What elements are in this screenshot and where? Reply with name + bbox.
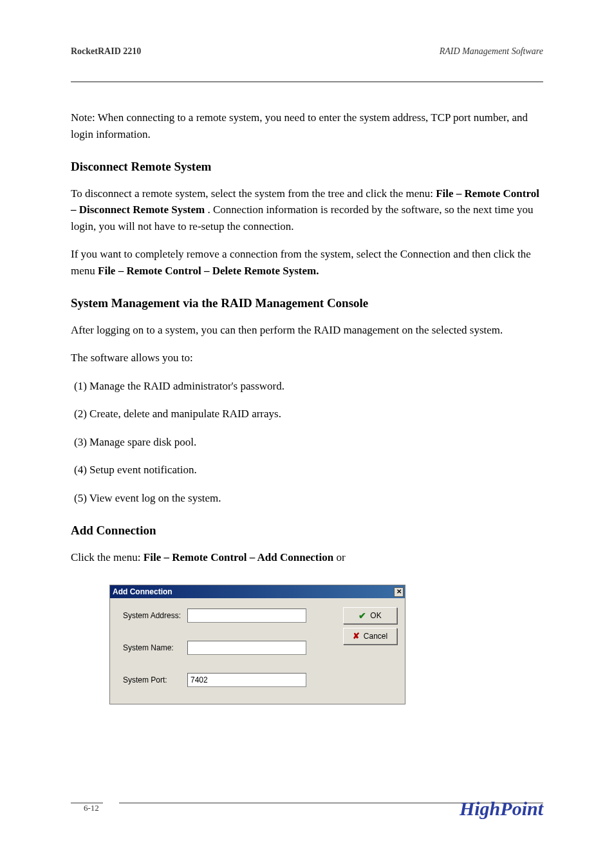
list-item: (4) Setup event notification.	[74, 462, 543, 478]
x-icon: ✘	[353, 630, 360, 643]
section-heading-add-connection: Add Connection	[71, 522, 543, 540]
note-paragraph: Note: When connecting to a remote system…	[71, 109, 543, 142]
section-heading-system-management: System Management via the RAID Managemen…	[71, 294, 543, 313]
close-button[interactable]: ✕	[394, 587, 404, 597]
page-number: 6-12	[84, 803, 99, 813]
dialog-title: Add Connection	[113, 586, 172, 598]
body-text: Note: When connecting to a remote system…	[71, 111, 528, 140]
menu-path: File – Remote Control – Add Connection	[144, 551, 337, 563]
paragraph: If you want to completely remove a conne…	[71, 246, 543, 279]
paragraph: After logging on to a system, you can th…	[71, 322, 543, 339]
cancel-button[interactable]: ✘ Cancel	[343, 628, 397, 645]
ok-button-label: OK	[370, 610, 381, 621]
section-heading-disconnect: Disconnect Remote System	[71, 158, 543, 176]
ok-button[interactable]: ✔ OK	[343, 607, 397, 624]
list-item: (3) Manage spare disk pool.	[74, 434, 543, 451]
check-icon: ✔	[358, 609, 366, 623]
body-text: or	[336, 551, 345, 563]
system-name-label: System Name:	[123, 642, 187, 654]
brand-logo: HighPoint	[460, 798, 543, 820]
form-row-port: System Port:	[123, 673, 397, 687]
system-port-input[interactable]	[187, 673, 306, 687]
system-name-input[interactable]	[187, 641, 306, 655]
system-address-label: System Address:	[123, 610, 187, 621]
body-text: To disconnect a remote system, select th…	[71, 187, 436, 200]
page-header: RocketRAID 2210 RAID Management Software	[71, 46, 543, 57]
system-address-input[interactable]	[187, 609, 306, 623]
button-column: ✔ OK ✘ Cancel	[343, 607, 397, 645]
list-intro: The software allows you to:	[71, 350, 543, 366]
list-item: (1) Manage the RAID administrator's pass…	[74, 378, 543, 395]
dialog-titlebar: Add Connection ✕	[110, 585, 405, 598]
cancel-button-label: Cancel	[364, 630, 387, 642]
close-icon: ✕	[396, 589, 402, 595]
header-divider	[71, 81, 543, 82]
header-section: RAID Management Software	[440, 46, 543, 57]
paragraph: To disconnect a remote system, select th…	[71, 185, 543, 235]
list-item: (5) View event log on the system.	[74, 490, 543, 507]
header-product: RocketRAID 2210	[71, 46, 141, 57]
body-text: Click the menu:	[71, 551, 144, 563]
menu-path: File – Remote Control – Delete Remote Sy…	[98, 265, 319, 277]
page-content: Note: When connecting to a remote system…	[71, 109, 543, 704]
system-port-label: System Port:	[123, 674, 187, 686]
list-item: (2) Create, delete and manipulate RAID a…	[74, 406, 543, 422]
add-connection-dialog: Add Connection ✕ ✔ OK ✘ Cancel	[109, 585, 405, 704]
dialog-screenshot: Add Connection ✕ ✔ OK ✘ Cancel	[71, 585, 543, 704]
paragraph: Click the menu: File – Remote Control – …	[71, 549, 543, 566]
dialog-body: ✔ OK ✘ Cancel System Address: System Nam…	[110, 598, 405, 704]
